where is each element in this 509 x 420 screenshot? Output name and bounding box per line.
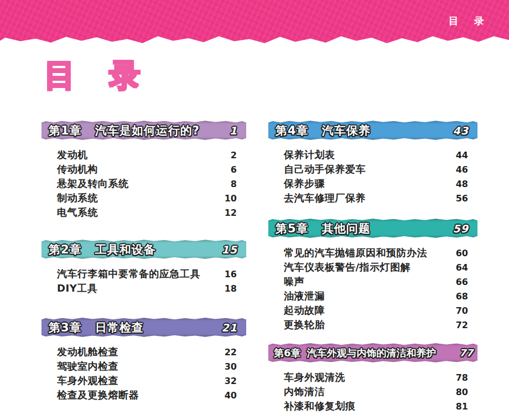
top-banner: 目 录 <box>0 0 509 45</box>
page-title: 目 录 <box>44 58 509 93</box>
toc-entry-page-number: 56 <box>456 193 468 204</box>
chapter-band: 第5章 其他问题 59 <box>268 219 477 238</box>
toc-entry: 车身外观检查 32 <box>41 374 246 388</box>
toc-entry-page-number: 6 <box>231 164 237 175</box>
toc-entry-title: 自己动手保养爱车 <box>284 163 366 176</box>
toc-entry: 保养计划表 44 <box>268 148 477 162</box>
toc-entry-title: 保养步骤 <box>284 177 325 190</box>
toc-entry-page-number: 40 <box>225 390 237 401</box>
toc-entry: 油液泄漏 68 <box>268 289 477 303</box>
toc-section: 第6章 汽车外观与内饰的清洁和养护 77 车身外观清洗 78 内饰清洁 80 补… <box>268 343 477 413</box>
toc-section: 第3章 日常检查 21 发动机舱检查 22 驾驶室内检查 30 车身外观检查 3… <box>41 318 246 402</box>
toc-entry: 悬架及转向系统 8 <box>41 177 246 191</box>
toc-entry-page-number: 22 <box>225 347 237 357</box>
chapter-title: 汽车保养 <box>322 123 371 138</box>
chapter-label: 第6章 <box>274 346 301 360</box>
chapter-label: 第3章 <box>49 320 82 335</box>
toc-entry-page-number: 2 <box>231 150 237 160</box>
toc-entry: 检查及更换熔断器 40 <box>41 388 246 402</box>
chapter-item-list: 发动机 2 传动机构 6 悬架及转向系统 8 制动系统 10 电气系统 12 <box>41 148 246 220</box>
toc-section: 第2章 工具和设备 15 汽车行李箱中要常备的应急工具 16 DIY工具 18 <box>41 240 246 295</box>
toc-entry-page-number: 48 <box>456 179 468 189</box>
toc-entry: 去汽车修理厂保养 56 <box>268 191 477 205</box>
toc-entry-title: 汽车仪表板警告/指示灯图解 <box>284 261 411 274</box>
chapter-title: 日常检查 <box>95 320 144 335</box>
chapter-page-number: 43 <box>453 125 470 137</box>
toc-entry-page-number: 10 <box>225 193 237 204</box>
toc-column-right: 第4章 汽车保养 43 保养计划表 44 自己动手保养爱车 46 保养步骤 48… <box>268 121 477 413</box>
toc-entry: 汽车仪表板警告/指示灯图解 64 <box>268 260 477 274</box>
toc-entry-title: 车身外观检查 <box>57 374 118 387</box>
toc-column-left: 第1章 汽车是如何运行的? 1 发动机 2 传动机构 6 悬架及转向系统 8 制… <box>41 121 246 402</box>
toc-entry: 保养步骤 48 <box>268 177 477 191</box>
toc-entry: 汽车行李箱中要常备的应急工具 16 <box>41 267 246 281</box>
chapter-item-list: 常见的汽车抛锚原因和预防办法 60 汽车仪表板警告/指示灯图解 64 噪声 66… <box>268 246 477 332</box>
toc-entry-title: 噪声 <box>284 275 304 288</box>
chapter-label: 第5章 <box>276 221 309 236</box>
toc-entry: 起动故障 70 <box>268 303 477 318</box>
toc-entry-page-number: 18 <box>225 283 237 294</box>
chapter-title: 其他问题 <box>322 221 371 236</box>
toc-entry-title: 内饰清洁 <box>284 385 325 398</box>
toc-entry: 更换轮胎 72 <box>268 318 477 332</box>
toc-section: 第5章 其他问题 59 常见的汽车抛锚原因和预防办法 60 汽车仪表板警告/指示… <box>268 219 477 332</box>
toc-entry-page-number: 80 <box>456 387 468 397</box>
toc-page: 目 录 目 录 第1章 汽车是如何运行的? 1 发动机 2 传动机构 6 悬架及… <box>0 0 509 420</box>
toc-entry-title: 补漆和修复划痕 <box>284 400 356 413</box>
toc-entry-page-number: 30 <box>225 361 237 372</box>
banner-corner-title: 目 录 <box>449 14 485 28</box>
chapter-page-number: 59 <box>453 222 470 235</box>
toc-entry-page-number: 81 <box>456 401 468 412</box>
toc-entry: 车身外观清洗 78 <box>268 370 477 385</box>
toc-entry: 发动机舱检查 22 <box>41 345 246 359</box>
toc-entry: DIY工具 18 <box>41 281 246 295</box>
toc-entry-title: 发动机舱检查 <box>57 345 118 359</box>
chapter-band: 第3章 日常检查 21 <box>41 318 246 337</box>
toc-entry-title: 油液泄漏 <box>284 289 325 303</box>
toc-entry-title: 发动机 <box>57 148 88 162</box>
chapter-band: 第6章 汽车外观与内饰的清洁和养护 77 <box>268 343 477 362</box>
toc-entry: 电气系统 12 <box>41 205 246 220</box>
chapter-item-list: 保养计划表 44 自己动手保养爱车 46 保养步骤 48 去汽车修理厂保养 56 <box>268 148 477 205</box>
toc-entry-page-number: 32 <box>225 376 237 386</box>
toc-entry-title: 传动机构 <box>57 163 98 176</box>
toc-entry-page-number: 68 <box>456 291 468 302</box>
chapter-band: 第4章 汽车保养 43 <box>268 121 477 140</box>
toc-entry-page-number: 8 <box>231 179 237 189</box>
toc-entry-title: 去汽车修理厂保养 <box>284 191 366 205</box>
chapter-item-list: 发动机舱检查 22 驾驶室内检查 30 车身外观检查 32 检查及更换熔断器 4… <box>41 345 246 402</box>
toc-entry-page-number: 16 <box>225 269 237 279</box>
chapter-item-list: 汽车行李箱中要常备的应急工具 16 DIY工具 18 <box>41 267 246 295</box>
toc-entry: 驾驶室内检查 30 <box>41 359 246 374</box>
chapter-band: 第2章 工具和设备 15 <box>41 240 246 259</box>
toc-entry-page-number: 66 <box>456 277 468 287</box>
toc-entry: 内饰清洁 80 <box>268 385 477 399</box>
toc-entry-title: 常见的汽车抛锚原因和预防办法 <box>284 246 427 260</box>
chapter-page-number: 21 <box>222 322 239 334</box>
chapter-label: 第4章 <box>276 123 309 138</box>
chapter-title: 工具和设备 <box>95 242 156 257</box>
toc-entry-title: 汽车行李箱中要常备的应急工具 <box>57 267 200 281</box>
toc-entry: 发动机 2 <box>41 148 246 162</box>
toc-entry: 噪声 66 <box>268 274 477 289</box>
toc-entry-title: 悬架及转向系统 <box>57 177 129 190</box>
toc-entry-page-number: 64 <box>456 262 468 273</box>
toc-entry: 补漆和修复划痕 81 <box>268 399 477 413</box>
toc-entry-title: 车身外观清洗 <box>284 371 345 384</box>
toc-entry: 传动机构 6 <box>41 162 246 177</box>
toc-entry-title: 电气系统 <box>57 206 98 219</box>
toc-entry-page-number: 46 <box>456 164 468 175</box>
chapter-label: 第2章 <box>49 242 82 257</box>
toc-section: 第1章 汽车是如何运行的? 1 发动机 2 传动机构 6 悬架及转向系统 8 制… <box>41 121 246 220</box>
toc-columns: 第1章 汽车是如何运行的? 1 发动机 2 传动机构 6 悬架及转向系统 8 制… <box>41 121 509 413</box>
chapter-title: 汽车是如何运行的? <box>95 123 200 138</box>
toc-entry-page-number: 12 <box>225 208 237 218</box>
toc-entry: 常见的汽车抛锚原因和预防办法 60 <box>268 246 477 260</box>
toc-section: 第4章 汽车保养 43 保养计划表 44 自己动手保养爱车 46 保养步骤 48… <box>268 121 477 205</box>
toc-entry: 自己动手保养爱车 46 <box>268 162 477 177</box>
chapter-band: 第1章 汽车是如何运行的? 1 <box>41 121 246 140</box>
chapter-page-number: 15 <box>222 243 239 256</box>
toc-entry-page-number: 60 <box>456 248 468 258</box>
toc-entry-page-number: 44 <box>456 150 468 160</box>
toc-entry: 制动系统 10 <box>41 191 246 205</box>
